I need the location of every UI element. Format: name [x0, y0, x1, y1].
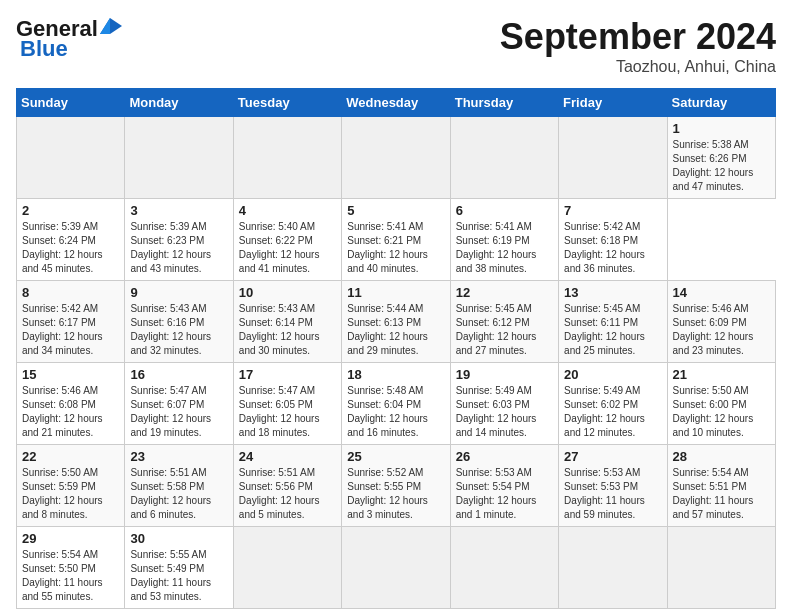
logo: General Blue: [16, 16, 122, 62]
day-number: 3: [130, 203, 227, 218]
day-number: 1: [673, 121, 770, 136]
day-info: Sunrise: 5:43 AMSunset: 6:16 PMDaylight:…: [130, 303, 211, 356]
day-info: Sunrise: 5:39 AMSunset: 6:23 PMDaylight:…: [130, 221, 211, 274]
day-info: Sunrise: 5:51 AMSunset: 5:58 PMDaylight:…: [130, 467, 211, 520]
calendar-cell: 7Sunrise: 5:42 AMSunset: 6:18 PMDaylight…: [559, 199, 667, 281]
calendar-cell-empty: [17, 117, 125, 199]
day-info: Sunrise: 5:39 AMSunset: 6:24 PMDaylight:…: [22, 221, 103, 274]
calendar-cell: 3Sunrise: 5:39 AMSunset: 6:23 PMDaylight…: [125, 199, 233, 281]
day-info: Sunrise: 5:46 AMSunset: 6:09 PMDaylight:…: [673, 303, 754, 356]
calendar-cell: 17Sunrise: 5:47 AMSunset: 6:05 PMDayligh…: [233, 363, 341, 445]
calendar-cell-empty: [342, 117, 450, 199]
calendar-cell: 13Sunrise: 5:45 AMSunset: 6:11 PMDayligh…: [559, 281, 667, 363]
day-number: 24: [239, 449, 336, 464]
day-number: 30: [130, 531, 227, 546]
svg-marker-1: [100, 18, 110, 34]
calendar-week-row: 15Sunrise: 5:46 AMSunset: 6:08 PMDayligh…: [17, 363, 776, 445]
weekday-header: Tuesday: [233, 89, 341, 117]
weekday-header-row: SundayMondayTuesdayWednesdayThursdayFrid…: [17, 89, 776, 117]
day-info: Sunrise: 5:54 AMSunset: 5:50 PMDaylight:…: [22, 549, 103, 602]
day-number: 5: [347, 203, 444, 218]
day-number: 23: [130, 449, 227, 464]
day-info: Sunrise: 5:49 AMSunset: 6:02 PMDaylight:…: [564, 385, 645, 438]
day-number: 9: [130, 285, 227, 300]
day-number: 13: [564, 285, 661, 300]
day-info: Sunrise: 5:44 AMSunset: 6:13 PMDaylight:…: [347, 303, 428, 356]
calendar-cell: 22Sunrise: 5:50 AMSunset: 5:59 PMDayligh…: [17, 445, 125, 527]
day-info: Sunrise: 5:38 AMSunset: 6:26 PMDaylight:…: [673, 139, 754, 192]
calendar-cell: 10Sunrise: 5:43 AMSunset: 6:14 PMDayligh…: [233, 281, 341, 363]
day-number: 6: [456, 203, 553, 218]
day-number: 16: [130, 367, 227, 382]
day-number: 20: [564, 367, 661, 382]
calendar-cell: 8Sunrise: 5:42 AMSunset: 6:17 PMDaylight…: [17, 281, 125, 363]
calendar-week-row: 29Sunrise: 5:54 AMSunset: 5:50 PMDayligh…: [17, 527, 776, 609]
calendar-week-row: 8Sunrise: 5:42 AMSunset: 6:17 PMDaylight…: [17, 281, 776, 363]
weekday-header: Saturday: [667, 89, 775, 117]
day-info: Sunrise: 5:50 AMSunset: 6:00 PMDaylight:…: [673, 385, 754, 438]
location: Taozhou, Anhui, China: [500, 58, 776, 76]
calendar-cell: 5Sunrise: 5:41 AMSunset: 6:21 PMDaylight…: [342, 199, 450, 281]
day-number: 14: [673, 285, 770, 300]
day-info: Sunrise: 5:55 AMSunset: 5:49 PMDaylight:…: [130, 549, 211, 602]
calendar-cell-empty: [667, 527, 775, 609]
day-info: Sunrise: 5:45 AMSunset: 6:12 PMDaylight:…: [456, 303, 537, 356]
day-number: 12: [456, 285, 553, 300]
weekday-header: Sunday: [17, 89, 125, 117]
day-info: Sunrise: 5:43 AMSunset: 6:14 PMDaylight:…: [239, 303, 320, 356]
calendar-cell: 24Sunrise: 5:51 AMSunset: 5:56 PMDayligh…: [233, 445, 341, 527]
day-info: Sunrise: 5:50 AMSunset: 5:59 PMDaylight:…: [22, 467, 103, 520]
calendar-cell: 25Sunrise: 5:52 AMSunset: 5:55 PMDayligh…: [342, 445, 450, 527]
calendar-table: SundayMondayTuesdayWednesdayThursdayFrid…: [16, 88, 776, 609]
day-number: 22: [22, 449, 119, 464]
calendar-cell: 1Sunrise: 5:38 AMSunset: 6:26 PMDaylight…: [667, 117, 775, 199]
day-number: 15: [22, 367, 119, 382]
calendar-cell-empty: [125, 117, 233, 199]
day-info: Sunrise: 5:46 AMSunset: 6:08 PMDaylight:…: [22, 385, 103, 438]
day-number: 8: [22, 285, 119, 300]
day-info: Sunrise: 5:49 AMSunset: 6:03 PMDaylight:…: [456, 385, 537, 438]
day-info: Sunrise: 5:51 AMSunset: 5:56 PMDaylight:…: [239, 467, 320, 520]
calendar-cell: 20Sunrise: 5:49 AMSunset: 6:02 PMDayligh…: [559, 363, 667, 445]
header: General Blue September 2024 Taozhou, Anh…: [16, 16, 776, 76]
calendar-cell: 27Sunrise: 5:53 AMSunset: 5:53 PMDayligh…: [559, 445, 667, 527]
logo-icon: [100, 18, 122, 34]
calendar-cell: 4Sunrise: 5:40 AMSunset: 6:22 PMDaylight…: [233, 199, 341, 281]
day-info: Sunrise: 5:47 AMSunset: 6:07 PMDaylight:…: [130, 385, 211, 438]
day-info: Sunrise: 5:42 AMSunset: 6:17 PMDaylight:…: [22, 303, 103, 356]
day-number: 18: [347, 367, 444, 382]
day-number: 28: [673, 449, 770, 464]
weekday-header: Wednesday: [342, 89, 450, 117]
day-number: 19: [456, 367, 553, 382]
day-info: Sunrise: 5:53 AMSunset: 5:54 PMDaylight:…: [456, 467, 537, 520]
day-info: Sunrise: 5:47 AMSunset: 6:05 PMDaylight:…: [239, 385, 320, 438]
calendar-cell: 30Sunrise: 5:55 AMSunset: 5:49 PMDayligh…: [125, 527, 233, 609]
calendar-cell: 21Sunrise: 5:50 AMSunset: 6:00 PMDayligh…: [667, 363, 775, 445]
calendar-cell-empty: [233, 117, 341, 199]
weekday-header: Monday: [125, 89, 233, 117]
day-number: 10: [239, 285, 336, 300]
day-info: Sunrise: 5:52 AMSunset: 5:55 PMDaylight:…: [347, 467, 428, 520]
calendar-cell: 6Sunrise: 5:41 AMSunset: 6:19 PMDaylight…: [450, 199, 558, 281]
day-number: 2: [22, 203, 119, 218]
calendar-week-row: 22Sunrise: 5:50 AMSunset: 5:59 PMDayligh…: [17, 445, 776, 527]
weekday-header: Friday: [559, 89, 667, 117]
calendar-cell: 9Sunrise: 5:43 AMSunset: 6:16 PMDaylight…: [125, 281, 233, 363]
calendar-cell-empty: [450, 527, 558, 609]
calendar-cell: 23Sunrise: 5:51 AMSunset: 5:58 PMDayligh…: [125, 445, 233, 527]
day-number: 11: [347, 285, 444, 300]
calendar-cell-empty: [559, 527, 667, 609]
calendar-cell-empty: [342, 527, 450, 609]
calendar-cell: 26Sunrise: 5:53 AMSunset: 5:54 PMDayligh…: [450, 445, 558, 527]
calendar-cell-empty: [233, 527, 341, 609]
calendar-cell: 18Sunrise: 5:48 AMSunset: 6:04 PMDayligh…: [342, 363, 450, 445]
day-number: 27: [564, 449, 661, 464]
day-info: Sunrise: 5:53 AMSunset: 5:53 PMDaylight:…: [564, 467, 645, 520]
day-number: 17: [239, 367, 336, 382]
day-number: 26: [456, 449, 553, 464]
day-number: 21: [673, 367, 770, 382]
calendar-cell: 11Sunrise: 5:44 AMSunset: 6:13 PMDayligh…: [342, 281, 450, 363]
calendar-cell: 28Sunrise: 5:54 AMSunset: 5:51 PMDayligh…: [667, 445, 775, 527]
day-number: 25: [347, 449, 444, 464]
day-info: Sunrise: 5:42 AMSunset: 6:18 PMDaylight:…: [564, 221, 645, 274]
